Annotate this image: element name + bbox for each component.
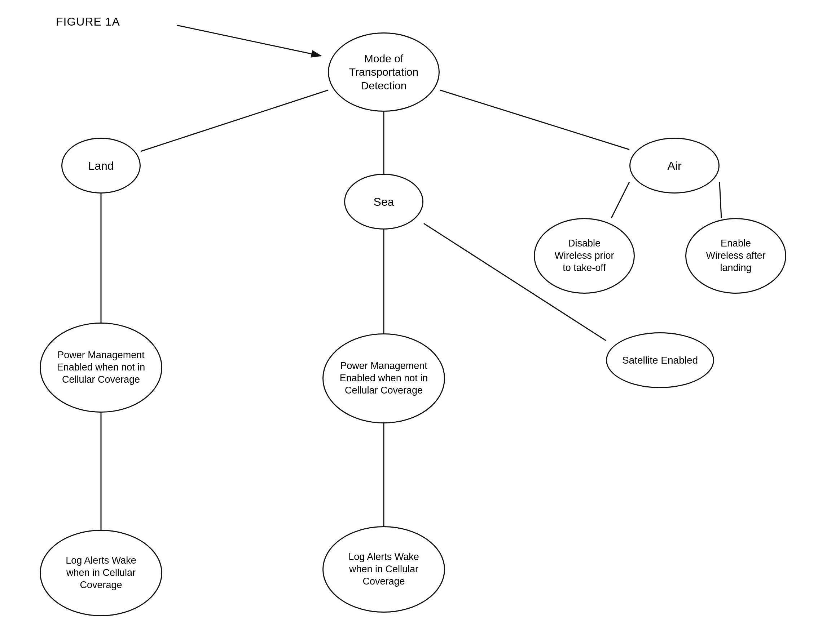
figure-label: FIGURE 1A bbox=[56, 15, 120, 28]
svg-line-1 bbox=[177, 25, 321, 56]
node-log-alerts-land: Log Alerts Wake when in Cellular Coverag… bbox=[40, 530, 162, 616]
node-log-alerts-sea: Log Alerts Wake when in Cellular Coverag… bbox=[323, 526, 445, 613]
node-land: Land bbox=[61, 138, 141, 194]
node-satellite-enabled: Satellite Enabled bbox=[606, 332, 714, 388]
node-mode-of-transportation: Mode of Transportation Detection bbox=[328, 33, 440, 112]
svg-line-7 bbox=[611, 182, 629, 218]
svg-line-2 bbox=[141, 90, 328, 151]
node-power-mgmt-land: Power Management Enabled when not in Cel… bbox=[40, 322, 162, 412]
svg-line-4 bbox=[440, 90, 629, 150]
node-power-mgmt-sea: Power Management Enabled when not in Cel… bbox=[323, 334, 445, 424]
node-sea: Sea bbox=[344, 174, 423, 230]
svg-line-8 bbox=[720, 182, 721, 218]
diagram-container: FIGURE 1A Mode of Transpor bbox=[0, 0, 840, 644]
node-disable-wireless: Disable Wireless prior to take-off bbox=[534, 218, 635, 294]
node-air: Air bbox=[629, 138, 720, 194]
node-enable-wireless: Enable Wireless after landing bbox=[685, 218, 786, 294]
